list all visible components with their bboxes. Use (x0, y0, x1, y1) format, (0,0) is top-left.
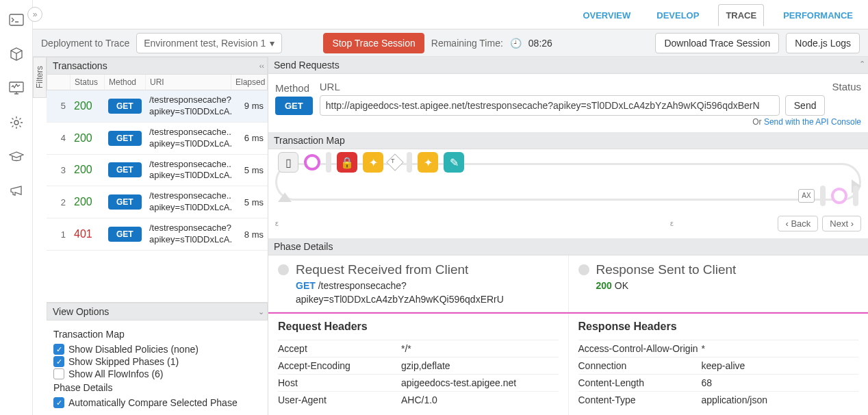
phase-details-header: Phase Details (268, 238, 868, 255)
url-input[interactable] (320, 95, 780, 116)
header-row: Connectionkeep-alive (578, 357, 859, 374)
header-row: User-AgentAHC/1.0 (278, 391, 559, 408)
send-requests-header: Send Requests⌃ (268, 57, 868, 74)
svg-rect-0 (10, 14, 23, 25)
view-options-pd-title: Phase Details (53, 382, 261, 393)
transaction-row[interactable]: 4200GET/testresponsecache...apikey=sTl0D… (47, 123, 268, 155)
collapse-view-options-icon[interactable]: ⌄ (258, 307, 264, 316)
tx-method: GET (104, 190, 145, 214)
package-icon[interactable] (9, 47, 24, 62)
clock-icon: 🕘 (510, 38, 522, 49)
transactions-columns: Status Method URI Elapsed (47, 75, 268, 90)
header-row: Accept-Encodinggzip,deflate (278, 357, 559, 374)
request-point-icon[interactable] (304, 154, 320, 171)
tx-status: 200 (70, 96, 104, 116)
back-button[interactable]: ‹ Back (778, 216, 818, 231)
top-tabs: OVERVIEW DEVELOP TRACE PERFORMANCE (576, 4, 860, 26)
collapse-icon[interactable]: ‹‹ (259, 62, 264, 70)
header-row: Content-Typeapplication/json (578, 391, 859, 408)
request-title: Request Received from Client (296, 262, 468, 277)
divider-icon (407, 152, 412, 173)
analytics-icon[interactable]: AX (798, 189, 815, 203)
routing-policy-2-icon[interactable]: ✦ (418, 152, 438, 173)
response-dot-icon (578, 264, 589, 275)
header-row: Accept*/* (278, 340, 559, 357)
method-label: Method (275, 82, 309, 94)
api-console-line: Or Send with the API Console (268, 117, 868, 132)
transaction-row[interactable]: 3200GET/testresponsecache...apikey=sTl0D… (47, 155, 268, 187)
left-panel: Filters Transactions‹‹ Status Method URI… (33, 57, 268, 415)
nodejs-logs-button[interactable]: Node.js Logs (786, 33, 860, 53)
checkbox-auto-compare[interactable]: ✓ (53, 397, 64, 408)
tx-index: 5 (47, 97, 70, 115)
header-row: Access-Control-Allow-Origin* (578, 340, 859, 357)
tx-elapsed: 6 ms (232, 129, 268, 147)
caret-down-icon: ▾ (270, 38, 275, 49)
divider-icon (820, 186, 826, 206)
megaphone-icon[interactable] (9, 184, 24, 199)
download-trace-button[interactable]: Download Trace Session (655, 33, 779, 53)
right-panel: Send Requests⌃ Method GET URL Send Statu… (268, 57, 868, 415)
send-button[interactable]: Send (785, 95, 826, 116)
tx-index: 3 (47, 161, 70, 179)
conditional-icon[interactable]: T (386, 153, 403, 171)
gear-icon[interactable] (9, 115, 24, 130)
tx-uri: /testresponsecache?apikey=sTl0DDxLcA... (145, 90, 232, 122)
url-label: URL (320, 81, 826, 92)
tx-status: 200 (70, 160, 104, 180)
tab-trace[interactable]: TRACE (718, 4, 764, 26)
routing-policy-icon[interactable]: ✦ (363, 152, 383, 173)
transaction-row[interactable]: 5200GET/testresponsecache?apikey=sTl0DDx… (47, 90, 268, 123)
remaining-time-value: 08:26 (528, 38, 552, 49)
tab-overview[interactable]: OVERVIEW (576, 5, 637, 26)
request-dot-icon (278, 264, 289, 275)
tx-elapsed: 8 ms (232, 225, 268, 244)
tx-elapsed: 5 ms (232, 161, 268, 179)
tab-performance[interactable]: PERFORMANCE (776, 5, 860, 26)
divider-icon (853, 186, 858, 206)
api-console-link[interactable]: Send with the API Console (764, 117, 861, 127)
transaction-row[interactable]: 2200GET/testresponsecache...apikey=sTl0D… (47, 186, 268, 218)
next-button[interactable]: Next › (822, 216, 861, 231)
security-policy-icon[interactable]: 🔒 (337, 152, 357, 173)
tab-develop[interactable]: DEVELOP (650, 5, 706, 26)
transactions-list: 5200GET/testresponsecache?apikey=sTl0DDx… (47, 90, 268, 302)
trace-toolbar: Deployment to Trace Environment test, Re… (33, 29, 868, 57)
checkbox-show-disabled[interactable]: ✓ (53, 344, 64, 355)
deploy-label: Deployment to Trace (41, 38, 129, 49)
tx-method: GET (104, 127, 145, 150)
left-rail (0, 0, 33, 415)
monitor-icon[interactable] (9, 81, 24, 96)
method-pill[interactable]: GET (275, 97, 313, 115)
client-icon[interactable]: ▯ (278, 152, 298, 173)
terminal-icon[interactable] (9, 12, 24, 27)
collapse-send-icon[interactable]: ⌃ (859, 60, 865, 68)
checkbox-show-skipped[interactable]: ✓ (53, 356, 64, 367)
transaction-map-header: Transaction Map (268, 132, 868, 149)
response-point-icon[interactable] (831, 188, 847, 204)
tx-uri: /testresponsecache...apikey=sTl0DDxLcA..… (145, 186, 232, 218)
expand-rail-icon[interactable]: » (27, 7, 42, 22)
tx-method: GET (104, 95, 145, 118)
remaining-time-label: Remaining Time: (431, 38, 503, 49)
timeline-bar[interactable] (284, 218, 773, 228)
timeline: ε ε ‹ Back Next › (268, 212, 868, 238)
transactions-header: Transactions‹‹ (47, 57, 268, 75)
view-options-tm-title: Transaction Map (53, 329, 261, 340)
environment-select[interactable]: Environment test, Revision 1▾ (136, 33, 282, 53)
filters-tab[interactable]: Filters (33, 57, 47, 98)
graduation-icon[interactable] (9, 149, 24, 164)
view-options-body: Transaction Map ✓Show Disabled Policies … (47, 320, 268, 415)
tx-status: 200 (70, 128, 104, 149)
stop-trace-button[interactable]: Stop Trace Session (323, 33, 424, 53)
tx-uri: /testresponsecache?apikey=sTl0DDxLcA... (145, 218, 232, 250)
tx-elapsed: 9 ms (232, 97, 268, 115)
header-row: Hostapigeedocs-test.apigee.net (278, 374, 559, 391)
timeline-mid-label: ε (670, 219, 674, 227)
tx-status: 200 (70, 192, 104, 212)
transaction-map: ▯ 🔒 ✦ T ✦ ✎ AX (268, 149, 868, 212)
transaction-row[interactable]: 1401GET/testresponsecache?apikey=sTl0DDx… (47, 218, 268, 251)
edit-policy-icon[interactable]: ✎ (444, 152, 464, 173)
checkbox-show-flowinfos[interactable] (53, 368, 64, 379)
send-row: Method GET URL Send Status (268, 74, 868, 117)
